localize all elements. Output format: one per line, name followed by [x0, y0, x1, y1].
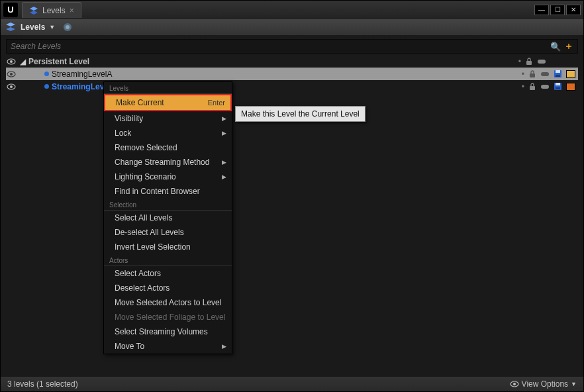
ctx-label: Deselect Actors [115, 283, 170, 293]
levels-list: ◢ Persistent Level • StreamingLevelA • [1, 55, 583, 93]
ctx-move-actors[interactable]: Move Selected Actors to Level [104, 295, 232, 310]
svg-point-25 [513, 383, 516, 385]
expand-toggle[interactable]: ◢ [19, 57, 26, 66]
ctx-make-current[interactable]: Make Current Enter [104, 94, 232, 111]
ctx-label: Select All Levels [115, 213, 172, 222]
tooltip: Make this Level the Current Level [235, 106, 365, 122]
svg-rect-15 [556, 70, 560, 73]
visibility-toggle[interactable] [6, 81, 17, 92]
ctx-select-streaming[interactable]: Select Streaming Volumes [104, 324, 232, 339]
gamepad-icon[interactable] [540, 83, 550, 90]
tab-label: Levels [42, 6, 66, 15]
ctx-remove-selected[interactable]: Remove Selected [104, 140, 232, 155]
ctx-label: Move Selected Actors to Level [115, 298, 221, 307]
svg-rect-8 [526, 61, 532, 65]
ctx-lock[interactable]: Lock▶ [104, 126, 232, 140]
streaming-indicator [44, 72, 49, 76]
ctx-label: Visibility [115, 114, 143, 123]
row-dirty-dot: • [518, 57, 521, 66]
search-icon[interactable]: 🔍 [550, 40, 561, 52]
svg-marker-1 [30, 11, 38, 15]
close-tab-icon[interactable]: × [70, 6, 74, 15]
ctx-label: De-select All Levels [115, 228, 184, 237]
svg-point-11 [10, 73, 13, 75]
level-name: StreamingLevelA [52, 70, 522, 79]
panel-tab-levels[interactable]: Levels × [22, 2, 81, 18]
svg-rect-23 [556, 87, 560, 89]
window-minimize-button[interactable]: — [534, 5, 549, 15]
ctx-label: Move Selected Foliage to Level [115, 313, 225, 322]
search-input[interactable] [11, 42, 550, 51]
ctx-label: Make Current [116, 98, 164, 107]
chevron-right-icon: ▶ [222, 343, 226, 350]
add-level-button[interactable]: ＋ [564, 40, 573, 52]
unreal-logo-icon: U [3, 3, 18, 17]
svg-marker-0 [30, 7, 38, 11]
row-dirty-dot: • [522, 82, 524, 91]
svg-point-5 [66, 25, 70, 29]
level-color-swatch[interactable] [566, 70, 575, 78]
ctx-change-streaming[interactable]: Change Streaming Method▶ [104, 155, 232, 170]
level-name: Persistent Level [28, 57, 518, 66]
svg-rect-19 [530, 86, 535, 90]
lock-icon[interactable] [525, 58, 533, 66]
gamepad-icon[interactable] [537, 58, 546, 65]
context-menu: Levels Make Current Enter Visibility▶ Lo… [103, 81, 232, 354]
svg-rect-22 [556, 83, 560, 85]
chevron-right-icon: ▶ [222, 159, 226, 166]
chevron-down-icon: ▼ [571, 381, 577, 387]
level-row-b[interactable]: StreamingLevelB • [6, 80, 578, 93]
lock-icon[interactable] [528, 70, 536, 78]
view-options-label: View Options [522, 379, 568, 389]
svg-marker-3 [6, 27, 15, 31]
ctx-label: Lighting Scenario [115, 172, 176, 181]
ctx-label: Invert Level Selection [115, 242, 191, 252]
ctx-deselect-actors[interactable]: Deselect Actors [104, 281, 232, 295]
window-maximize-button[interactable]: ☐ [550, 5, 565, 15]
ctx-section-actors: Actors [104, 254, 232, 266]
svg-marker-2 [6, 23, 15, 26]
ctx-select-all[interactable]: Select All Levels [104, 211, 232, 225]
ctx-find-browser[interactable]: Find in Content Browser [104, 184, 232, 199]
chevron-right-icon: ▶ [222, 115, 226, 122]
levels-dropdown-arrow[interactable]: ▼ [49, 24, 55, 30]
lock-icon[interactable] [528, 83, 536, 91]
svg-rect-9 [538, 60, 546, 64]
visibility-toggle[interactable] [6, 69, 17, 79]
ctx-label: Select Streaming Volumes [115, 327, 208, 336]
ctx-label: Lock [115, 128, 131, 138]
svg-rect-13 [541, 72, 549, 76]
ctx-select-actors[interactable]: Select Actors [104, 266, 232, 281]
eye-icon [510, 381, 519, 387]
ctx-label: Find in Content Browser [115, 187, 200, 196]
svg-rect-16 [556, 75, 560, 77]
ctx-move-foliage: Move Selected Foliage to Level [104, 310, 232, 324]
status-bar: 3 levels (1 selected) View Options ▼ [1, 377, 583, 391]
svg-point-7 [10, 60, 13, 63]
ctx-section-selection: Selection [104, 199, 232, 211]
visibility-toggle[interactable] [6, 56, 17, 67]
svg-rect-12 [530, 74, 535, 77]
ctx-deselect-all[interactable]: De-select All Levels [104, 225, 232, 240]
toolbar-title: Levels [21, 23, 45, 32]
ctx-lighting-scenario[interactable]: Lighting Scenario▶ [104, 170, 232, 184]
chevron-right-icon: ▶ [222, 130, 226, 136]
ctx-invert-sel[interactable]: Invert Level Selection [104, 240, 232, 254]
level-row-persistent[interactable]: ◢ Persistent Level • [6, 55, 578, 68]
status-text: 3 levels (1 selected) [7, 379, 78, 389]
summon-world-icon[interactable] [62, 21, 73, 33]
ctx-move-to[interactable]: Move To▶ [104, 339, 232, 354]
gamepad-icon[interactable] [540, 71, 550, 77]
search-bar: 🔍 ＋ [6, 39, 578, 54]
ctx-visibility[interactable]: Visibility▶ [104, 111, 232, 126]
view-options-button[interactable]: View Options ▼ [510, 379, 577, 389]
save-icon[interactable] [554, 82, 562, 91]
window-close-button[interactable]: ✕ [566, 5, 581, 15]
ctx-label: Select Actors [115, 269, 161, 278]
save-icon[interactable] [554, 70, 562, 78]
level-row-a[interactable]: StreamingLevelA • [6, 68, 578, 80]
chevron-right-icon: ▶ [222, 173, 226, 180]
ctx-label: Change Streaming Method [115, 158, 209, 167]
toolbar: Levels ▼ [1, 19, 583, 35]
level-color-swatch[interactable] [566, 83, 575, 91]
